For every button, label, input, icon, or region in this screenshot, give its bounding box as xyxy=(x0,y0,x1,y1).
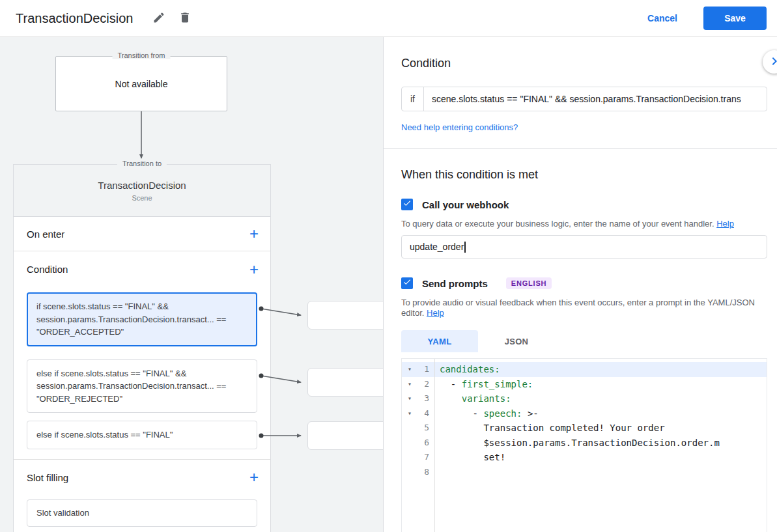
transition-from-node: Transition from Not available xyxy=(55,56,227,111)
text-cursor xyxy=(464,242,466,253)
fold-arrow-icon[interactable]: ▾ xyxy=(402,377,417,392)
cancel-button[interactable]: Cancel xyxy=(647,13,677,23)
check-icon xyxy=(403,277,412,289)
trash-icon xyxy=(178,11,191,26)
slot-validation-card[interactable]: Slot validation xyxy=(27,499,257,527)
check-icon xyxy=(403,199,412,210)
slot-filling-label: Slot filling xyxy=(27,472,68,483)
condition-met-heading: When this condition is met xyxy=(401,168,767,182)
code-text: set! xyxy=(434,450,505,465)
conditions-help-link[interactable]: Need help entering conditions? xyxy=(401,122,518,132)
line-number: 2 xyxy=(417,377,434,392)
fold-arrow-icon[interactable]: ▾ xyxy=(402,362,417,377)
code-segment xyxy=(440,393,462,404)
transition-from-label: Transition from xyxy=(113,51,171,59)
code-text: - speech: >- xyxy=(434,406,539,421)
code-segment: Transaction completed! Your order xyxy=(440,423,665,433)
transition-target-node-2[interactable] xyxy=(307,368,383,397)
add-slot-button[interactable]: + xyxy=(249,469,259,485)
webhook-handler-input[interactable]: update_order xyxy=(401,235,767,259)
fold-spacer xyxy=(402,421,417,436)
code-line-4: ▾ 4 - speech: >- xyxy=(402,406,767,421)
line-number: 8 xyxy=(417,465,434,480)
add-on-enter-button[interactable]: + xyxy=(249,226,259,242)
code-segment: set! xyxy=(440,452,505,462)
page-title: TransactionDecision xyxy=(16,11,133,26)
transition-from-value: Not available xyxy=(115,79,168,89)
code-text: candidates: xyxy=(434,362,500,377)
code-line-8: 8 xyxy=(402,465,767,480)
code-line-7: 7 set! xyxy=(402,450,767,465)
line-number: 3 xyxy=(417,391,434,406)
webhook-help-link[interactable]: Help xyxy=(716,219,734,229)
code-text: - first_simple: xyxy=(434,377,533,392)
webhook-checkbox[interactable] xyxy=(401,199,413,210)
line-number: 4 xyxy=(417,406,434,421)
edit-button[interactable] xyxy=(147,7,171,30)
scene-name: TransactionDecision xyxy=(98,180,186,191)
scene-node: Transition to TransactionDecision Scene … xyxy=(13,164,271,532)
save-button[interactable]: Save xyxy=(703,7,767,30)
code-segment: variants: xyxy=(462,393,511,404)
code-line-1: ▾ 1 candidates: xyxy=(402,362,767,377)
pencil-icon xyxy=(152,11,165,26)
code-text: variants: xyxy=(434,391,511,406)
send-prompts-label: Send prompts xyxy=(422,278,488,289)
prompts-help-link[interactable]: Help xyxy=(427,308,444,318)
code-line-3: ▾ 3 variants: xyxy=(402,391,767,406)
add-condition-button[interactable]: + xyxy=(249,262,259,277)
line-number: 6 xyxy=(417,436,434,451)
panel-divider xyxy=(384,148,777,149)
webhook-label: Call your webhook xyxy=(422,199,509,210)
webhook-handler-value: update_order xyxy=(410,242,464,252)
delete-button[interactable] xyxy=(173,7,197,30)
prompts-description-text: To provide audio or visual feedback when… xyxy=(401,298,755,318)
code-line-5: 5 Transaction completed! Your order xyxy=(402,421,767,436)
prompts-description: To provide audio or visual feedback when… xyxy=(401,298,767,318)
code-line-6: 6 $session.params.TransactionDecision.or… xyxy=(402,436,767,451)
condition-card-2[interactable]: else if scene.slots.status == "FINAL" &&… xyxy=(27,359,257,413)
condition-card-3[interactable]: else if scene.slots.status == "FINAL" xyxy=(27,421,257,449)
fold-spacer xyxy=(402,465,417,480)
scene-canvas: Transition from Not available Transition… xyxy=(0,37,383,532)
section-slot-filling: Slot filling + xyxy=(14,460,270,496)
language-badge: ENGLISH xyxy=(506,277,552,289)
code-segment: candidates: xyxy=(440,364,500,374)
condition-expression-row: if scene.slots.status == "FINAL" && sess… xyxy=(401,87,767,111)
webhook-description-text: To query data or execute your business l… xyxy=(401,219,716,229)
transition-target-node-1[interactable] xyxy=(307,301,383,329)
page: TransactionDecision Cancel Save Transiti… xyxy=(0,0,777,532)
yaml-code-editor[interactable]: ▾ 1 candidates: ▾ 2 - first_simple: ▾ 3 … xyxy=(401,358,767,532)
condition-expression-input[interactable]: scene.slots.status == "FINAL" && session… xyxy=(424,87,767,111)
chevron-right-icon xyxy=(767,53,777,71)
code-segment: - xyxy=(440,379,462,389)
condition-section-label: Condition xyxy=(27,264,68,275)
if-label: if xyxy=(402,87,424,111)
fold-arrow-icon[interactable]: ▾ xyxy=(402,391,417,406)
fold-spacer xyxy=(402,450,417,465)
top-bar: TransactionDecision Cancel Save xyxy=(0,0,777,37)
fold-spacer xyxy=(402,436,417,451)
tab-yaml[interactable]: YAML xyxy=(401,330,478,352)
send-prompts-checkbox[interactable] xyxy=(401,277,413,289)
fold-arrow-icon[interactable]: ▾ xyxy=(402,406,417,421)
code-segment: >- xyxy=(522,408,538,419)
code-line-2: ▾ 2 - first_simple: xyxy=(402,377,767,392)
code-segment: first_simple: xyxy=(462,379,533,389)
panel-title: Condition xyxy=(401,57,767,70)
line-number: 1 xyxy=(417,362,434,377)
condition-detail-panel: Condition if scene.slots.status == "FINA… xyxy=(383,37,777,532)
tab-json[interactable]: JSON xyxy=(478,330,555,352)
transition-target-node-3[interactable] xyxy=(307,421,383,450)
code-text xyxy=(434,465,440,480)
scene-type-label: Scene xyxy=(132,194,152,202)
line-number: 7 xyxy=(417,450,434,465)
scene-header[interactable]: TransactionDecision Scene xyxy=(14,165,270,217)
editor-tabs: YAML JSON xyxy=(401,330,767,352)
code-text: $session.params.TransactionDecision.orde… xyxy=(434,436,720,451)
transition-to-label: Transition to xyxy=(117,160,167,167)
condition-card-1[interactable]: if scene.slots.status == "FINAL" && sess… xyxy=(27,292,257,346)
code-segment: - xyxy=(440,408,483,419)
code-text: Transaction completed! Your order xyxy=(434,421,665,436)
gutter-separator xyxy=(434,359,435,532)
